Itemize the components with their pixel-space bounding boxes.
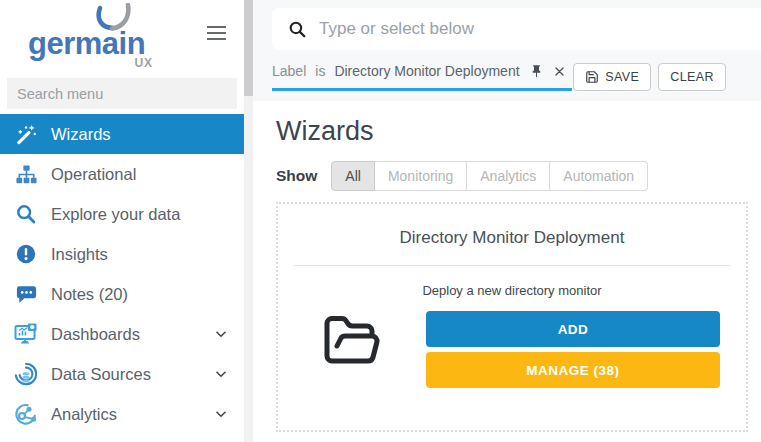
filter-actions: SAVE CLEAR (573, 63, 726, 91)
wizards-content: Wizards Show All Monitoring Analytics Au… (253, 101, 761, 442)
pin-icon[interactable] (529, 64, 544, 79)
sidebar-item-label: Wizards (51, 125, 111, 144)
save-button[interactable]: SAVE (573, 63, 651, 91)
filter-field: Label (272, 63, 306, 79)
card-divider (294, 265, 730, 266)
wizard-card: Directory Monitor Deployment Deploy a ne… (276, 202, 748, 432)
filter-row: Label is Directory Monitor Deployment (272, 63, 726, 91)
show-label: Show (276, 167, 317, 185)
clear-button-label: CLEAR (670, 70, 714, 84)
wizard-card-description: Deploy a new directory monitor (278, 283, 746, 298)
sidebar-item-insights[interactable]: Insights (0, 234, 244, 274)
dashboard-monitor-icon (13, 322, 39, 346)
filter-search-input[interactable] (319, 19, 761, 39)
filter-value: Directory Monitor Deployment (334, 63, 519, 79)
sidebar-item-analytics[interactable]: Analytics (0, 394, 244, 434)
database-icon (13, 362, 39, 386)
sidebar-item-label: Data Sources (51, 365, 151, 384)
network-nodes-icon (13, 402, 39, 426)
sidebar-item-label: Notes (20) (51, 285, 128, 304)
sitemap-icon (13, 163, 39, 186)
sidebar-header: germain UX (0, 0, 244, 76)
exclamation-circle-icon (13, 243, 39, 265)
tab-all[interactable]: All (331, 161, 375, 191)
wizard-card-body: ADD MANAGE (38) (278, 311, 746, 388)
filter-chip[interactable]: Label is Directory Monitor Deployment (272, 63, 572, 91)
sidebar-item-label: Dashboards (51, 325, 140, 344)
page-title: Wizards (276, 116, 748, 147)
sidebar-scrollbar[interactable] (244, 0, 253, 442)
manage-button[interactable]: MANAGE (38) (426, 352, 720, 388)
save-icon (585, 70, 599, 84)
logo-sub-text: UX (134, 56, 153, 70)
folder-open-icon (320, 311, 384, 371)
remove-filter-icon[interactable] (553, 65, 566, 78)
chevron-down-icon[interactable] (214, 327, 228, 341)
menu-toggle-icon[interactable] (207, 26, 226, 44)
sidebar-item-wizards[interactable]: Wizards (0, 114, 244, 154)
tab-analytics[interactable]: Analytics (467, 161, 550, 191)
sidebar-search-input[interactable] (7, 78, 237, 109)
chevron-down-icon[interactable] (214, 407, 228, 421)
show-filter-row: Show All Monitoring Analytics Automation (276, 161, 748, 191)
filter-operator: is (315, 63, 325, 79)
chat-bubble-icon (13, 283, 39, 306)
magic-wand-icon (13, 123, 39, 146)
logo-swoosh-icon (90, 3, 136, 33)
wizard-card-title: Directory Monitor Deployment (278, 228, 746, 248)
save-button-label: SAVE (605, 70, 639, 84)
tab-monitoring[interactable]: Monitoring (375, 161, 467, 191)
add-button[interactable]: ADD (426, 311, 720, 347)
sidebar-item-explore-your-data[interactable]: Explore your data (0, 194, 244, 234)
app-window: germain UX Wizards (0, 0, 761, 442)
sidebar-item-data-sources[interactable]: Data Sources (0, 354, 244, 394)
sidebar-menu: Wizards Operational (0, 113, 244, 434)
tab-automation[interactable]: Automation (550, 161, 648, 191)
sidebar: germain UX Wizards (0, 0, 244, 442)
sidebar-item-label: Operational (51, 165, 136, 184)
sidebar-item-label: Insights (51, 245, 108, 264)
magnifier-icon (13, 203, 39, 225)
chevron-down-icon[interactable] (214, 367, 228, 381)
sidebar-item-operational[interactable]: Operational (0, 154, 244, 194)
filter-search-box (272, 8, 761, 50)
main-area: Label is Directory Monitor Deployment (253, 0, 761, 442)
wizard-card-actions: ADD MANAGE (38) (426, 311, 720, 388)
sidebar-item-notes[interactable]: Notes (20) (0, 274, 244, 314)
sidebar-item-label: Analytics (51, 405, 117, 424)
clear-button[interactable]: CLEAR (658, 63, 726, 91)
filter-header: Label is Directory Monitor Deployment (253, 0, 761, 101)
scrollbar-thumb[interactable] (244, 0, 253, 96)
logo: germain UX (28, 2, 145, 59)
search-icon (288, 20, 307, 39)
sidebar-item-label: Explore your data (51, 205, 180, 224)
sidebar-item-dashboards[interactable]: Dashboards (0, 314, 244, 354)
category-tab-group: All Monitoring Analytics Automation (331, 161, 648, 191)
